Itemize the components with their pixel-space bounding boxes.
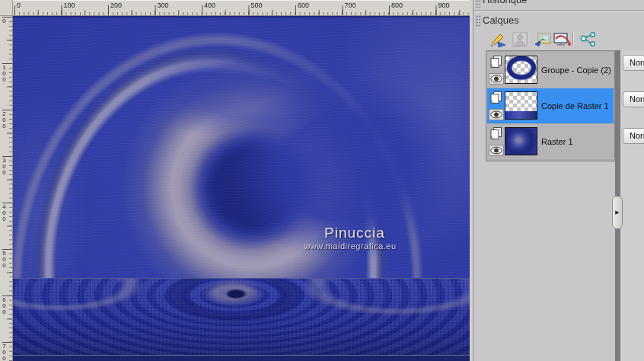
- layer-name: Raster 1: [541, 137, 613, 146]
- ruler-label: 300: [158, 2, 169, 9]
- layer-row-groupe-copie-2[interactable]: Groupe - Copie (2) sur Ra: [487, 53, 614, 88]
- layer-name: Copie de Raster 1: [541, 101, 613, 110]
- splitter-arrow-icon: ▶: [615, 209, 619, 216]
- ruler-corner: [0, 0, 13, 16]
- app-window: 0100200300400500600700800900 01002003004…: [0, 0, 644, 361]
- ruler-label: 700: [1, 343, 8, 361]
- layer-pages-icon: [489, 55, 503, 72]
- layer-row-raster-1[interactable]: Raster 1: [487, 124, 614, 159]
- thumbnail-image-strip: [505, 111, 537, 119]
- layers-list: Groupe - Copie (2) sur Ra: [486, 50, 615, 161]
- layer-thumbnail[interactable]: [505, 56, 537, 84]
- canvas-top-edge: [13, 16, 470, 18]
- ruler-label: 100: [64, 2, 75, 9]
- right-panel: Historique Calques: [473, 0, 644, 361]
- blend-mode-button[interactable]: Normal: [623, 91, 644, 107]
- ruler-label: 700: [345, 2, 356, 9]
- layer-thumbnail[interactable]: [505, 91, 537, 120]
- ruler-label: 200: [1, 110, 8, 129]
- layer-visibility-eye-icon[interactable]: [489, 73, 504, 85]
- layer-visibility-eye-icon[interactable]: [489, 109, 504, 120]
- ruler-label: 400: [204, 2, 215, 9]
- history-panel-title: Historique: [483, 0, 528, 5]
- toolbar-separator: [527, 32, 528, 46]
- canvas-floor-vortex: [13, 278, 470, 361]
- horizontal-ruler: 0100200300400500600700800900: [13, 0, 470, 16]
- mixer-icon[interactable]: [551, 30, 571, 49]
- canvas-bottom-band: [13, 355, 470, 361]
- panel-separator: [473, 10, 644, 11]
- layer-pages-icon: [489, 126, 503, 143]
- watermark-title: Pinuccia: [324, 225, 385, 241]
- ruler-label: 0: [17, 2, 21, 9]
- vertical-ruler: 0100200300400500600700: [0, 16, 13, 361]
- ruler-label: 500: [251, 2, 263, 9]
- ruler-label: 500: [1, 250, 8, 268]
- ruler-label: 800: [391, 2, 403, 9]
- toolbar-separator: [572, 32, 573, 46]
- ruler-label: 600: [1, 296, 8, 315]
- layers-grip-icon[interactable]: [476, 15, 480, 27]
- watermark-url: www.maidiregrafica.eu: [304, 241, 396, 251]
- ruler-label: 600: [298, 2, 309, 9]
- layer-row-copie-de-raster-1[interactable]: Copie de Raster 1: [487, 88, 614, 123]
- share-icon[interactable]: [579, 30, 598, 49]
- layers-toolbar: [473, 29, 644, 49]
- blend-mode-button[interactable]: Normal: [623, 128, 644, 144]
- layer-thumbnail[interactable]: [505, 127, 537, 155]
- new-mask-layer-icon[interactable]: [533, 30, 553, 49]
- ruler-label: 400: [1, 203, 8, 222]
- layer-visibility-eye-icon[interactable]: [489, 145, 504, 156]
- pencil-edit-icon[interactable]: [489, 30, 509, 49]
- ruler-label: 900: [438, 2, 450, 9]
- image-canvas[interactable]: Pinuccia www.maidiregrafica.eu: [13, 16, 470, 361]
- ruler-label: 200: [110, 2, 122, 9]
- layer-pages-icon: [489, 91, 503, 107]
- ruler-label: 100: [1, 64, 8, 82]
- layers-panel-header[interactable]: Calques: [473, 13, 644, 28]
- history-panel-header[interactable]: Historique: [473, 0, 644, 6]
- blend-mode-button[interactable]: Normal: [623, 55, 644, 71]
- ruler-label: 0: [1, 18, 8, 24]
- history-grip-icon[interactable]: [476, 0, 480, 8]
- splitter-collapse-handle[interactable]: ▶: [612, 196, 623, 229]
- ruler-label: 300: [1, 157, 8, 175]
- layers-panel-title: Calques: [483, 14, 519, 26]
- layer-name: Groupe - Copie (2) sur Ra: [541, 65, 613, 75]
